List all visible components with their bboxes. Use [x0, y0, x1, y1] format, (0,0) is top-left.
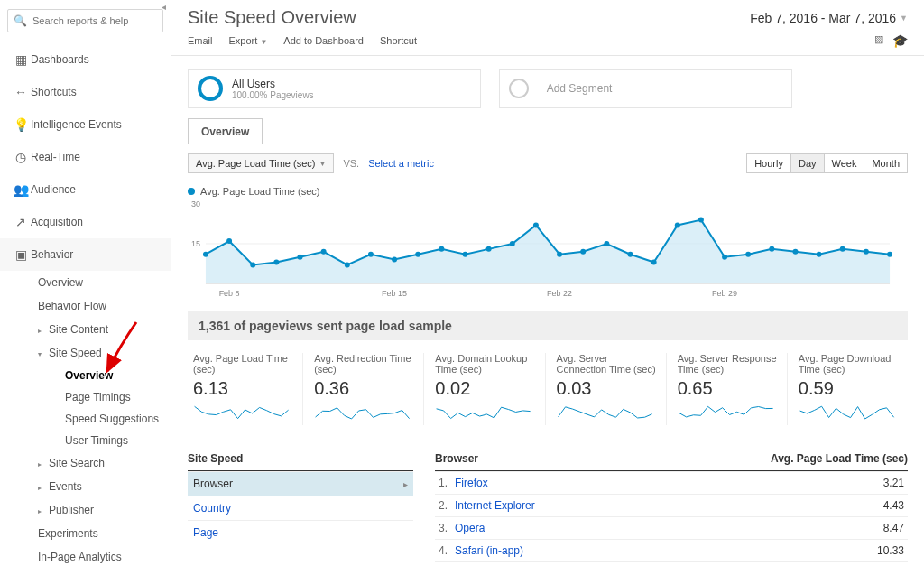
dimension-row[interactable]: Country	[188, 496, 413, 520]
nav-audience[interactable]: 👥Audience	[0, 173, 171, 206]
svg-point-11	[368, 252, 374, 257]
sub-events[interactable]: Events	[0, 475, 171, 498]
metric-label: Avg. Redirection Time (sec)	[314, 353, 418, 375]
sidebar-collapse-button[interactable]: ◂	[162, 2, 171, 14]
svg-point-13	[415, 252, 420, 257]
svg-point-27	[745, 252, 751, 257]
dashboard-icon: ▦	[11, 52, 31, 67]
time-week[interactable]: Week	[824, 153, 865, 173]
metric-card[interactable]: Avg. Domain Lookup Time (sec) 0.02	[430, 353, 545, 425]
metric-card[interactable]: Avg. Redirection Time (sec) 0.36	[309, 353, 424, 425]
tab-overview[interactable]: Overview	[188, 118, 263, 144]
svg-point-29	[792, 249, 798, 255]
row-link[interactable]: Safari (in-app)	[455, 544, 877, 557]
segment-circle-grey-icon	[509, 79, 529, 98]
legend-dot-icon	[188, 188, 195, 195]
dimension-table-header: Site Speed	[188, 447, 413, 471]
metric-card[interactable]: Avg. Page Load Time (sec) 6.13	[188, 353, 303, 425]
svg-point-8	[298, 255, 303, 260]
dimension-row[interactable]: Browser▸	[188, 471, 413, 496]
row-value: 10.33	[877, 544, 904, 557]
nav-audience-label: Audience	[31, 183, 76, 196]
toolbar-export[interactable]: Export ▼	[229, 35, 268, 46]
svg-point-32	[864, 249, 869, 255]
row-link[interactable]: Opera	[455, 522, 883, 534]
sub-in-page[interactable]: In-Page Analytics	[0, 545, 171, 566]
svg-point-5	[226, 238, 232, 244]
nav-acquisition[interactable]: ↗Acquisition	[0, 206, 171, 238]
select-metric-link[interactable]: Select a metric	[368, 158, 434, 169]
row-link[interactable]: Internet Explorer	[455, 499, 883, 512]
leaf-page-timings[interactable]: Page Timings	[13, 386, 171, 408]
svg-point-19	[557, 252, 562, 257]
toolbar-add-dashboard[interactable]: Add to Dashboard	[283, 35, 364, 46]
date-range-picker[interactable]: Feb 7, 2016 - Mar 7, 2016 ▼	[750, 11, 908, 25]
segments-row: All Users 100.00% Pageviews + Add Segmen…	[171, 56, 924, 121]
nav-realtime[interactable]: ◷Real-Time	[0, 141, 171, 173]
row-rank: 4.	[439, 544, 455, 557]
nav-dashboards[interactable]: ▦Dashboards	[0, 43, 171, 76]
chevron-down-icon: ▼	[260, 38, 267, 46]
table-row: 4. Safari (in-app) 10.33	[435, 539, 908, 561]
tables-row: Site Speed Browser▸CountryPage Browser A…	[171, 438, 924, 566]
search-input-wrap[interactable]: 🔍	[7, 9, 163, 32]
sub-overview[interactable]: Overview	[0, 271, 171, 294]
toolbar-email[interactable]: Email	[188, 35, 213, 46]
svg-point-18	[533, 222, 539, 227]
add-segment-label: + Add Segment	[538, 82, 612, 95]
segment-all-users[interactable]: All Users 100.00% Pageviews	[188, 69, 481, 108]
metric-card[interactable]: Avg. Server Response Time (sec) 0.65	[672, 353, 788, 425]
primary-metric-button[interactable]: Avg. Page Load Time (sec) ▼	[188, 153, 334, 173]
svg-point-14	[439, 246, 444, 252]
nav-behavior[interactable]: ▣Behavior	[0, 238, 171, 271]
sub-experiments[interactable]: Experiments	[0, 522, 171, 545]
sub-site-search[interactable]: Site Search	[0, 451, 171, 475]
time-day[interactable]: Day	[790, 153, 825, 173]
browser-header-right: Avg. Page Load Time (sec)	[771, 452, 908, 465]
metric-card[interactable]: Avg. Page Download Time (sec) 0.59	[793, 353, 908, 425]
site-speed-subitems: Overview Page Timings Speed Suggestions …	[0, 365, 171, 451]
row-link[interactable]: Firefox	[455, 477, 883, 489]
tabs: Overview	[171, 117, 924, 144]
acquisition-icon: ↗	[11, 215, 31, 229]
browser-table: Browser Avg. Page Load Time (sec) 1. Fir…	[435, 447, 908, 566]
metric-value: 0.65	[678, 378, 781, 399]
svg-point-22	[628, 252, 633, 257]
add-segment-button[interactable]: + Add Segment	[499, 69, 792, 108]
nav-intelligence[interactable]: 💡Intelligence Events	[0, 108, 171, 141]
leaf-overview[interactable]: Overview	[13, 365, 171, 386]
svg-point-9	[321, 249, 327, 255]
svg-text:Feb 8: Feb 8	[219, 289, 240, 298]
shortcut-icon: ↔	[11, 85, 31, 99]
search-input[interactable]	[32, 15, 157, 26]
toolbar-shortcut[interactable]: Shortcut	[380, 35, 417, 46]
svg-point-33	[887, 252, 892, 257]
dimension-row[interactable]: Page	[188, 520, 413, 544]
sub-site-speed[interactable]: Site Speed	[0, 341, 171, 365]
time-hourly[interactable]: Hourly	[746, 153, 791, 173]
svg-point-24	[675, 222, 680, 227]
svg-point-23	[651, 260, 657, 265]
svg-point-28	[769, 246, 774, 252]
metric-card[interactable]: Avg. Server Connection Time (sec) 0.03	[551, 353, 667, 425]
time-granularity-buttons: Hourly Day Week Month	[747, 153, 908, 173]
nav-shortcuts[interactable]: ↔Shortcuts	[0, 76, 171, 108]
sidebar: ◂ 🔍 ▦Dashboards ↔Shortcuts 💡Intelligence…	[0, 0, 171, 566]
chevron-down-icon: ▼	[900, 14, 908, 23]
main-chart: 3015Feb 8Feb 15Feb 22Feb 29	[171, 200, 924, 311]
metric-label: Avg. Page Load Time (sec)	[193, 353, 297, 375]
leaf-user-timings[interactable]: User Timings	[13, 430, 171, 451]
primary-metric-label: Avg. Page Load Time (sec)	[196, 158, 315, 169]
metric-label: Avg. Domain Lookup Time (sec)	[435, 353, 539, 375]
sample-bar: 1,361 of pageviews sent page load sample	[188, 311, 908, 340]
leaf-speed-suggestions[interactable]: Speed Suggestions	[13, 408, 171, 430]
sub-publisher[interactable]: Publisher	[0, 498, 171, 522]
svg-text:Feb 22: Feb 22	[547, 289, 572, 298]
qr-icon[interactable]: ▧	[874, 33, 883, 48]
time-month[interactable]: Month	[864, 153, 908, 173]
vs-label: VS.	[343, 158, 359, 169]
sub-behavior-flow[interactable]: Behavior Flow	[0, 294, 171, 318]
sub-site-content[interactable]: Site Content	[0, 318, 171, 341]
graduation-icon[interactable]: 🎓	[892, 33, 908, 48]
svg-point-15	[463, 252, 468, 257]
